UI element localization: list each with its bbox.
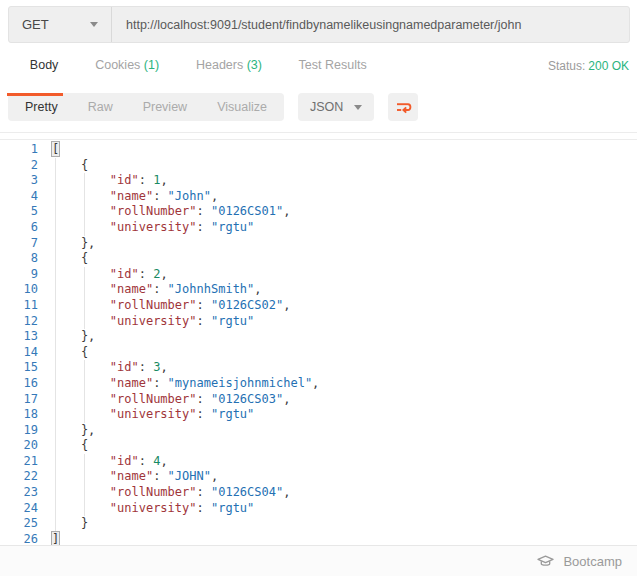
code-line: 7 },: [0, 236, 637, 252]
line-number: 26: [0, 532, 38, 545]
line-number: 1: [0, 142, 38, 158]
line-number: 7: [0, 236, 38, 252]
line-number: 9: [0, 267, 38, 283]
tab-count: (3): [247, 58, 262, 72]
tab-label: Test Results: [299, 58, 367, 72]
line-number: 12: [0, 314, 38, 330]
response-body-editor[interactable]: 1[2 {3 "id": 1,4 "name": "John",5 "rollN…: [0, 139, 637, 545]
bootcamp-label: Bootcamp: [563, 554, 622, 569]
code-line: 9 "id": 2,: [0, 267, 637, 283]
format-label: JSON: [310, 100, 343, 114]
status-value: 200 OK: [588, 59, 629, 73]
line-number: 22: [0, 469, 38, 485]
code-line: 3 "id": 1,: [0, 173, 637, 189]
code-line: 15 "id": 3,: [0, 360, 637, 376]
code-line: 16 "name": "mynameisjohnmichel",: [0, 376, 637, 392]
code-line: 8 {: [0, 251, 637, 267]
view-mode-group: Pretty Raw Preview Visualize: [8, 93, 284, 121]
line-number: 25: [0, 516, 38, 532]
tab-label: Cookies: [95, 58, 144, 72]
tab-headers[interactable]: Headers (3): [174, 44, 263, 96]
postman-response-panel: GET http://localhost:9091/student/findby…: [0, 0, 637, 576]
line-number: 6: [0, 220, 38, 236]
code-line: 12 "university": "rgtu": [0, 314, 637, 330]
chevron-down-icon: [354, 105, 362, 110]
wrap-text-button[interactable]: [388, 93, 418, 121]
chevron-down-icon: [90, 22, 98, 27]
wrap-text-icon: [394, 99, 413, 116]
code-line: 25 }: [0, 516, 637, 532]
line-number: 2: [0, 158, 38, 174]
tab-label: Headers: [196, 58, 247, 72]
code-line: 19 },: [0, 423, 637, 439]
line-number: 16: [0, 376, 38, 392]
view-mode-preview[interactable]: Preview: [128, 93, 202, 121]
line-number: 21: [0, 454, 38, 470]
graduation-cap-icon: [536, 554, 555, 569]
code-line: 22 "name": "JOHN",: [0, 469, 637, 485]
body-view-toolbar: Pretty Raw Preview Visualize JSON: [8, 93, 629, 121]
line-number: 20: [0, 438, 38, 454]
code-line: 23 "rollNumber": "0126CS04",: [0, 485, 637, 501]
tab-label: Body: [30, 58, 59, 72]
bootcamp-link[interactable]: Bootcamp: [0, 545, 637, 576]
url-input[interactable]: http://localhost:9091/student/findbyname…: [112, 7, 629, 42]
view-mode-raw[interactable]: Raw: [73, 93, 128, 121]
code-line: 24 "university": "rgtu": [0, 501, 637, 517]
view-mode-pretty[interactable]: Pretty: [10, 93, 73, 121]
line-number: 18: [0, 407, 38, 423]
line-number: 19: [0, 423, 38, 439]
code-line: 17 "rollNumber": "0126CS03",: [0, 392, 637, 408]
tab-count: (1): [144, 58, 159, 72]
code-line: 18 "university": "rgtu": [0, 407, 637, 423]
code-line: 5 "rollNumber": "0126CS01",: [0, 204, 637, 220]
tab-body[interactable]: Body: [8, 44, 59, 96]
status-label: Status:: [548, 59, 585, 73]
code-line: 10 "name": "JohnhSmith",: [0, 282, 637, 298]
response-tabs: Body Cookies (1) Headers (3) Test Result…: [8, 57, 629, 83]
line-number: 24: [0, 501, 38, 517]
line-number: 17: [0, 392, 38, 408]
code-line: 4 "name": "John",: [0, 189, 637, 205]
line-number: 15: [0, 360, 38, 376]
view-mode-visualize[interactable]: Visualize: [202, 93, 282, 121]
request-url-bar: GET http://localhost:9091/student/findby…: [8, 6, 630, 43]
method-label: GET: [22, 17, 49, 32]
line-number: 13: [0, 329, 38, 345]
line-number: 14: [0, 345, 38, 361]
line-number: 5: [0, 204, 38, 220]
code-line: 26]: [0, 532, 637, 545]
line-number: 3: [0, 173, 38, 189]
code-line: 2 {: [0, 158, 637, 174]
tab-cookies[interactable]: Cookies (1): [73, 44, 160, 96]
code-line: 1[: [0, 142, 637, 158]
method-dropdown[interactable]: GET: [9, 7, 112, 42]
code-line: 6 "university": "rgtu": [0, 220, 637, 236]
code-line: 20 {: [0, 438, 637, 454]
code-line: 14 {: [0, 345, 637, 361]
code-line: 13 },: [0, 329, 637, 345]
code-line: 21 "id": 4,: [0, 454, 637, 470]
line-number: 4: [0, 189, 38, 205]
line-number: 8: [0, 251, 38, 267]
format-dropdown[interactable]: JSON: [298, 93, 374, 121]
status-indicator: Status:200 OK: [528, 45, 629, 95]
toolbar-divider: [0, 132, 637, 133]
line-number: 23: [0, 485, 38, 501]
tab-test-results[interactable]: Test Results: [277, 44, 368, 96]
url-text: http://localhost:9091/student/findbyname…: [126, 18, 521, 32]
line-number: 11: [0, 298, 38, 314]
line-number: 10: [0, 282, 38, 298]
code-line: 11 "rollNumber": "0126CS02",: [0, 298, 637, 314]
